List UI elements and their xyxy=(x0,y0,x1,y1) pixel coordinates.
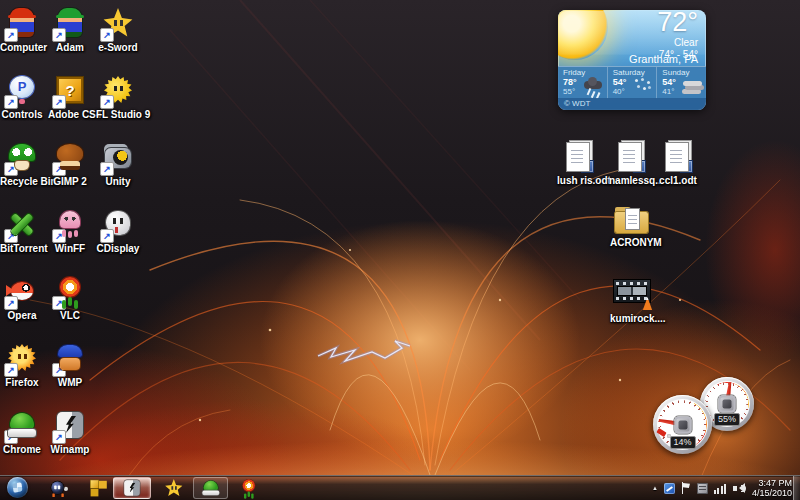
shortcut-arrow-icon: ↗ xyxy=(4,95,18,109)
shortcut-arrow-icon: ↗ xyxy=(52,95,66,109)
gauge-readout: 14% xyxy=(669,436,695,449)
file-label: lush ris.odt xyxy=(557,175,601,186)
forecast-day-name: Friday xyxy=(563,68,607,77)
tray-app-icon[interactable] xyxy=(664,483,675,494)
desktop-shortcut-cdisplay[interactable]: ↗ CDisplay xyxy=(96,207,140,254)
show-desktop-button[interactable] xyxy=(793,476,800,500)
taskbar-winamp-button-active[interactable] xyxy=(113,477,151,499)
forecast-day[interactable]: Friday 78° 55° xyxy=(558,67,607,99)
taskbar: ▲ 3:47 PM 4/15/2010 xyxy=(0,475,800,500)
gold-blocks-icon xyxy=(88,478,105,498)
clock-date: 4/15/2010 xyxy=(752,488,792,498)
shortcut-label: Firefox xyxy=(0,377,44,388)
odt-badge-icon xyxy=(680,160,693,173)
goomba-icon: ↗ xyxy=(53,140,87,174)
current-condition: Clear xyxy=(674,37,698,48)
shortcut-arrow-icon: ↗ xyxy=(52,162,66,176)
current-temp: 72° xyxy=(657,10,698,38)
desktop-shortcut-controls[interactable]: P↗ Controls xyxy=(0,73,44,120)
blue-cap-icon: ↗ xyxy=(53,341,87,375)
tray-expand-arrow[interactable]: ▲ xyxy=(652,485,658,491)
mario-icon: ↗ xyxy=(5,6,39,40)
folder-label: ACRONYM xyxy=(610,237,654,248)
file-label: kumirock.... xyxy=(610,313,654,324)
odt-document-icon xyxy=(663,140,693,173)
desktop-shortcut-fl-studio[interactable]: ↗ FL Studio 9 xyxy=(96,73,140,120)
forecast-day[interactable]: Saturday 54° 40° xyxy=(607,67,657,99)
koopa-shell-icon: ↗ xyxy=(5,408,39,442)
koopa-shell-icon xyxy=(201,478,221,498)
shortcut-label: VLC xyxy=(48,310,92,321)
clock-time: 3:47 PM xyxy=(752,478,792,488)
desktop-file-kumirock[interactable]: kumirock.... xyxy=(610,278,654,324)
desktop-file-ccl1[interactable]: ccl1.odt xyxy=(656,140,700,186)
one-up-mushroom-icon: ↗ xyxy=(5,140,39,174)
desktop-shortcut-winff[interactable]: ↗ WinFF xyxy=(48,207,92,254)
clock[interactable]: 3:47 PM 4/15/2010 xyxy=(752,478,792,498)
shortcut-label: Unity xyxy=(96,176,140,187)
crossed-pipes-icon: ↗ xyxy=(5,207,39,241)
desktop-shortcut-adam[interactable]: ↗ Adam xyxy=(48,6,92,53)
shortcut-label: Recycle Bin xyxy=(0,176,44,187)
desktop-shortcut-vlc[interactable]: ↗ VLC xyxy=(48,274,92,321)
shortcut-label: Winamp xyxy=(48,444,92,455)
shortcut-arrow-icon: ↗ xyxy=(52,363,66,377)
location: Grantham, PA xyxy=(629,53,698,65)
gauge-chip-icon xyxy=(674,416,691,433)
desktop-shortcut-chrome[interactable]: ↗ Chrome xyxy=(0,408,44,455)
shortcut-arrow-icon: ↗ xyxy=(100,28,114,42)
odt-badge-icon xyxy=(633,160,646,173)
forecast-day[interactable]: Sunday 54° 41° xyxy=(656,67,706,99)
network-icon[interactable] xyxy=(714,483,727,494)
start-button[interactable] xyxy=(7,477,28,498)
tray-pixel-icon[interactable] xyxy=(697,483,708,494)
folder-page-icon xyxy=(625,208,640,230)
shortcut-label: WMP xyxy=(48,377,92,388)
fire-flower-icon: ↗ xyxy=(53,274,87,308)
desktop-shortcut-recycle-bin[interactable]: ↗ Recycle Bin xyxy=(0,140,44,187)
desktop-shortcut-esword[interactable]: ↗ e-Sword xyxy=(96,6,140,53)
desktop: ↗ Computer ↗ Adam ↗ e-Sword P↗ Controls … xyxy=(0,0,800,500)
desktop-file-lush-ris[interactable]: lush ris.odt xyxy=(557,140,601,186)
shortcut-arrow-icon: ↗ xyxy=(4,296,18,310)
desktop-shortcut-firefox[interactable]: ↗ Firefox xyxy=(0,341,44,388)
shortcut-arrow-icon: ↗ xyxy=(4,229,18,243)
shortcut-label: CDisplay xyxy=(96,243,140,254)
weather-gadget[interactable]: 72° Clear 74° - 54° Grantham, PA Friday … xyxy=(558,10,706,110)
desktop-shortcut-adobe-cs4[interactable]: ?↗ Adobe CS4 xyxy=(48,73,92,120)
meter-gadget-front[interactable]: 14% xyxy=(653,395,712,454)
system-tray: ▲ 3:47 PM 4/15/2010 xyxy=(652,476,792,500)
desktop-shortcut-unity[interactable]: ↗ Unity xyxy=(96,140,140,187)
desktop-shortcut-opera[interactable]: ↗ Opera xyxy=(0,274,44,321)
pink-blooper-icon: ↗ xyxy=(53,207,87,241)
taskbar-bobomb-button[interactable] xyxy=(42,477,70,499)
question-block-icon: ?↗ xyxy=(53,73,87,107)
thunderstorm-icon xyxy=(584,78,604,92)
taskbar-shell-button-running[interactable] xyxy=(193,477,228,499)
desktop-folder-acronym[interactable]: ACRONYM xyxy=(610,205,654,248)
action-center-flag-icon[interactable] xyxy=(681,482,691,494)
taskbar-star-button[interactable] xyxy=(158,477,186,499)
desktop-file-namlessq[interactable]: namlessq... xyxy=(609,140,653,186)
super-star-icon: ↗ xyxy=(101,6,135,40)
odt-badge-icon xyxy=(581,160,594,173)
desktop-shortcut-bittorrent[interactable]: ↗ BitTorrent xyxy=(0,207,44,254)
odt-document-icon xyxy=(616,140,646,173)
desktop-shortcut-computer[interactable]: ↗ Computer xyxy=(0,6,44,53)
winamp-lightning-icon: ↗ xyxy=(53,408,87,442)
odt-document-icon xyxy=(564,140,594,173)
desktop-shortcut-wmp[interactable]: ↗ WMP xyxy=(48,341,92,388)
taskbar-goldblocks-button[interactable] xyxy=(82,477,110,499)
vlc-cone-icon xyxy=(642,297,653,310)
volume-icon[interactable] xyxy=(733,483,746,494)
desktop-shortcut-winamp[interactable]: ↗ Winamp xyxy=(48,408,92,455)
taskbar-flower-button[interactable] xyxy=(233,477,261,499)
snow-showers-icon xyxy=(633,78,653,92)
cloudy-icon xyxy=(683,78,703,92)
boo-ghost-icon: ↗ xyxy=(101,207,135,241)
desktop-shortcut-gimp[interactable]: ↗ GIMP 2 xyxy=(48,140,92,187)
shortcut-arrow-icon: ↗ xyxy=(100,229,114,243)
shortcut-arrow-icon: ↗ xyxy=(52,430,66,444)
shortcut-label: WinFF xyxy=(48,243,92,254)
shortcut-label: Adobe CS4 xyxy=(48,109,92,120)
